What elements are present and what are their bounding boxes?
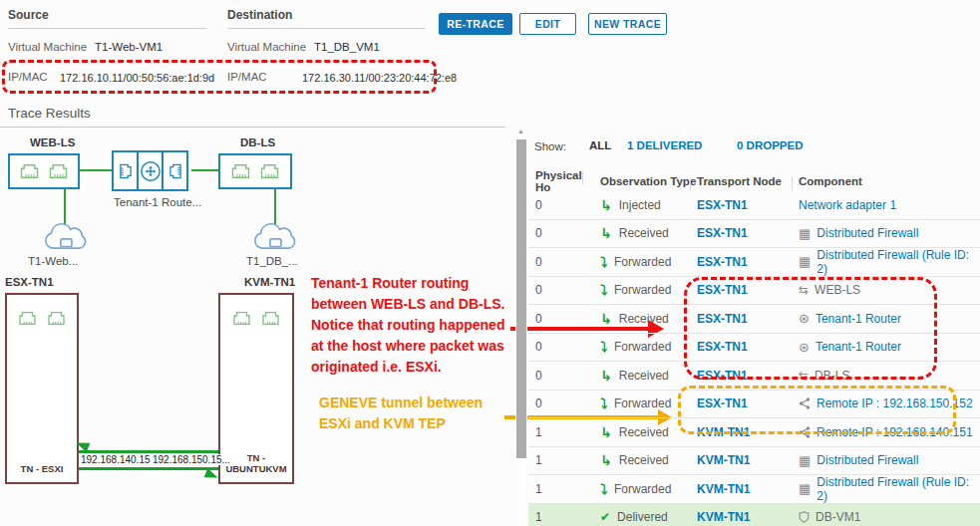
component-cell: ⊛Tenant-1 Router	[799, 312, 980, 326]
component-link[interactable]: Distributed Firewall	[817, 453, 918, 467]
scrollbar-thumb[interactable]	[516, 139, 526, 458]
retrace-button[interactable]: RE-TRACE	[439, 13, 512, 35]
transport-node-link[interactable]: KVM-TN1	[697, 453, 799, 467]
observation-type-cell: ↳Received	[589, 226, 697, 240]
link-webls-router	[80, 169, 112, 171]
red-annotation-note: Tenant-1 Router routing between WEB-LS a…	[311, 273, 520, 378]
transport-node-link[interactable]: ESX-TN1	[697, 283, 799, 297]
observation-type-cell: ⤵Forwarded	[589, 255, 697, 269]
observation-type-label: Received	[619, 312, 669, 326]
table-row: 0⤵ForwardedESX-TN1⇆WEB-LS	[528, 277, 980, 306]
transport-node-link[interactable]: KVM-TN1	[697, 425, 799, 439]
filter-all[interactable]: ALL	[589, 139, 611, 151]
observation-type-label: Forwarded	[614, 396, 671, 410]
filter-delivered[interactable]: 1 DELIVERED	[627, 139, 702, 151]
transport-node-link[interactable]: KVM-TN1	[697, 482, 799, 496]
source-ipmac-label: IP/MAC	[8, 71, 48, 83]
trace-results-title: Trace Results	[8, 106, 91, 121]
new-trace-button[interactable]: NEW TRACE	[588, 13, 667, 35]
component-cell: ⊛Tenant-1 Router	[799, 340, 980, 354]
component-link[interactable]: Distributed Firewall (Rule ID: 2)	[817, 475, 980, 503]
observation-type-cell: ⤵Forwarded	[589, 283, 697, 297]
transport-node-link[interactable]: ESX-TN1	[697, 340, 799, 354]
transport-node-link[interactable]: ESX-TN1	[697, 396, 799, 410]
observation-type-label: Received	[619, 453, 669, 467]
destination-vm-label: Virtual Machine	[227, 41, 306, 53]
router-port-icon	[162, 150, 188, 191]
physical-hop-value: 1	[528, 425, 589, 439]
received-icon: ↳	[600, 312, 612, 326]
transport-node-link[interactable]: ESX-TN1	[697, 369, 799, 383]
link-router-dbls	[191, 169, 218, 171]
observation-type-cell: ↳Received	[589, 312, 697, 326]
scroll-up-icon[interactable]: ▲	[517, 128, 524, 134]
received-icon: ↳	[600, 425, 612, 439]
component-cell: ▦Distributed Firewall	[799, 226, 980, 240]
physical-hop-value: 0	[528, 396, 589, 410]
observation-type-label: Forwarded	[614, 482, 671, 496]
source-ipmac-value: 172.16.10.11/00:50:56:ae:1d:9d	[60, 72, 214, 84]
tunnel-ip-left: 192.168.140.15...	[79, 454, 161, 465]
component-link[interactable]: Network adapter 1	[799, 198, 896, 212]
component-label: WEB-LS	[815, 283, 860, 297]
component-link[interactable]: Remote IP : 192.168.150.152	[817, 396, 973, 410]
component-link[interactable]: Remote IP : 192.168.140.151	[817, 425, 973, 439]
observation-type-label: Received	[619, 226, 669, 240]
table-scrollbar[interactable]	[515, 137, 527, 526]
physical-hop-value: 1	[528, 510, 589, 524]
transport-node-link[interactable]: ESX-TN1	[697, 255, 799, 269]
component-link[interactable]: Tenant-1 Router	[816, 312, 901, 326]
component-label: DB-LS	[815, 369, 849, 383]
component-cell: Remote IP : 192.168.150.152	[799, 396, 980, 410]
esx-host-title: ESX-TN1	[5, 276, 54, 288]
port-icon	[18, 311, 37, 326]
table-row: 1↳ReceivedKVM-TN1▦Distributed Firewall	[528, 447, 980, 476]
forwarded-icon: ⤵	[600, 340, 607, 354]
web-vm-label: T1-Web...	[28, 255, 78, 267]
component-link[interactable]: Distributed Firewall (Rule ID: 2)	[817, 248, 980, 276]
table-row: 0⤵ForwardedESX-TN1Remote IP : 192.168.15…	[528, 391, 980, 419]
observation-type-label: Forwarded	[614, 283, 671, 297]
transport-node-link[interactable]: ESX-TN1	[697, 312, 799, 326]
component-cell: ▦Distributed Firewall (Rule ID: 2)	[799, 248, 980, 276]
port-icon	[261, 311, 280, 326]
observation-type-label: Forwarded	[614, 255, 671, 269]
observation-type-cell: ⤵Forwarded	[589, 340, 697, 354]
destination-vm-value: T1_DB_VM1	[314, 41, 380, 53]
source-divider	[8, 28, 206, 29]
firewall-icon: ▦	[799, 482, 811, 495]
component-link[interactable]: Tenant-1 Router	[816, 340, 901, 354]
component-cell: ⇆WEB-LS	[799, 283, 980, 297]
received-icon: ↳	[600, 369, 612, 383]
observation-type-cell: ✔Delivered	[589, 510, 697, 524]
physical-hop-value: 0	[528, 283, 589, 297]
column-header-observation-type: Observation Type	[589, 175, 697, 187]
web-ls-switch-node	[8, 153, 80, 189]
db-ls-node-label: DB-LS	[240, 136, 275, 148]
physical-hop-value: 1	[528, 482, 589, 496]
shield-icon	[799, 511, 810, 523]
received-icon: ↳	[600, 453, 612, 467]
port-icon	[47, 311, 66, 326]
table-row: 0↳InjectedESX-TN1Network adapter 1	[528, 191, 980, 220]
component-link[interactable]: Distributed Firewall	[817, 226, 918, 240]
edit-button[interactable]: EDIT	[519, 13, 576, 35]
transport-node-link[interactable]: KVM-TN1	[697, 510, 799, 524]
forwarded-icon: ⤵	[600, 396, 607, 410]
switch-icon: ⇆	[799, 370, 809, 382]
kvm-host-title: KVM-TN1	[244, 276, 295, 288]
transport-node-link[interactable]: ESX-TN1	[697, 226, 799, 240]
link-webls-vm	[64, 189, 66, 225]
link-dbls-vm	[274, 189, 276, 225]
physical-hop-value: 1	[528, 453, 589, 467]
observation-type-cell: ↳Received	[589, 369, 697, 383]
table-row: 1✔DeliveredKVM-TN1DB-VM1	[528, 504, 980, 526]
component-cell: ⇆DB-LS	[799, 369, 980, 383]
db-vm-label: T1_DB_...	[246, 255, 298, 267]
filter-dropped[interactable]: 0 DROPPED	[737, 139, 803, 151]
firewall-icon: ▦	[799, 454, 811, 467]
transport-node-link[interactable]: ESX-TN1	[697, 198, 799, 212]
destination-section-title: Destination	[227, 8, 292, 22]
column-header-physical-hop: Physical Ho	[528, 169, 589, 193]
destination-divider	[227, 28, 426, 29]
